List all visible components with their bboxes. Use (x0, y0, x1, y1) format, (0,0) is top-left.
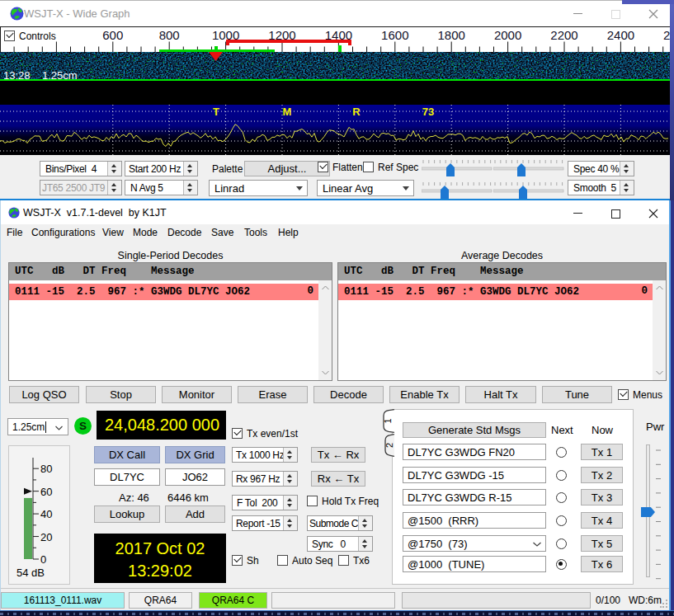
svg-text:40: 40 (40, 508, 52, 520)
svg-text:73: 73 (422, 106, 434, 118)
svg-text:60: 60 (40, 486, 52, 498)
svg-text:R: R (352, 106, 361, 118)
svg-text:1: 1 (383, 418, 393, 423)
svg-text:20: 20 (40, 531, 52, 543)
svg-text:M: M (283, 106, 292, 118)
svg-text:T: T (213, 106, 219, 118)
svg-text:80: 80 (40, 463, 52, 475)
svg-text:0: 0 (40, 553, 46, 566)
svg-text:2: 2 (384, 443, 394, 448)
